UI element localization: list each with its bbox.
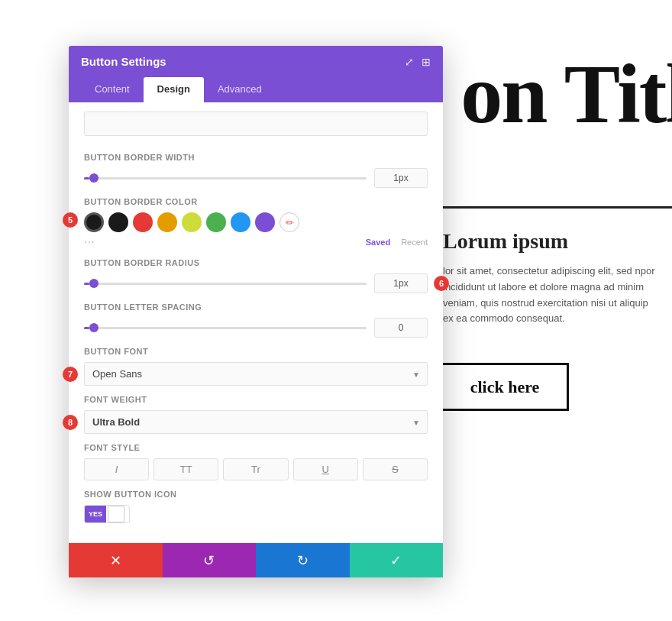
modal-footer: ✕ ↺ ↻ ✓ [69,543,443,577]
undo-button[interactable]: ↺ [163,543,257,577]
click-here-button[interactable]: click here [441,363,569,411]
border-radius-slider-track[interactable] [84,283,367,285]
border-color-row: 5 ✏ [84,212,428,235]
modal-header-icons: ⤢ ⊞ [405,56,431,68]
page-body-text: lor sit amet, consectetur adipiscing eli… [443,264,657,327]
show-icon-toggle[interactable]: YES [84,505,130,523]
font-weight-dropdown-row: 8 Ultra Bold ▼ [84,410,428,434]
color-swatch-purple[interactable] [255,212,275,232]
top-search-input[interactable] [84,112,428,136]
tab-advanced[interactable]: Advanced [204,77,276,102]
toggle-handle[interactable] [108,506,124,522]
toggle-row: YES [84,505,428,523]
border-radius-label: Button Border Radius [84,258,428,267]
font-label: Button Font [84,347,428,356]
font-style-row: I TT Tr U S [84,458,428,480]
border-radius-slider-row: 1px 6 [84,273,428,293]
style-btn-underline[interactable]: U [293,458,358,480]
color-swatch-yellow[interactable] [182,212,202,232]
letter-spacing-slider-thumb[interactable] [89,323,99,332]
page-title: on Titl [460,46,672,143]
border-radius-slider-fill [84,283,89,285]
expand-icon[interactable]: ⤢ [405,56,414,68]
modal-body: Button Border Width 1px Button Border Co… [69,102,443,543]
style-btn-strikethrough[interactable]: S [363,458,428,480]
font-select[interactable]: Open Sans [84,362,428,386]
toggle-yes-label: YES [85,506,106,522]
redo-button[interactable]: ↻ [256,543,350,577]
save-button[interactable]: ✓ [350,543,444,577]
style-btn-capitalize[interactable]: Tr [223,458,288,480]
color-swatch-orange[interactable] [157,212,177,232]
font-weight-select[interactable]: Ultra Bold [84,410,428,434]
cancel-button[interactable]: ✕ [69,543,163,577]
tab-content[interactable]: Content [81,77,144,102]
letter-spacing-value[interactable]: 0 [374,318,428,338]
border-width-slider-fill [84,177,89,180]
modal-tabs: Content Design Advanced [69,77,443,102]
step-badge-6: 6 [434,276,449,291]
step-badge-5: 5 [63,212,78,228]
saved-recent-row: ··· Saved Recent [84,235,428,249]
more-dots[interactable]: ··· [84,235,94,249]
page-section-title: Lorum ipsum [443,229,568,254]
modal-header: Button Settings ⤢ ⊞ [69,46,443,77]
font-weight-label: Font Weight [84,395,428,404]
border-width-slider-track[interactable] [84,177,367,180]
color-swatch-green[interactable] [206,212,226,232]
recent-label[interactable]: Recent [401,238,428,247]
color-swatch-blue[interactable] [231,212,250,232]
swatch-edit-icon[interactable]: ✏ [279,212,299,232]
color-swatch-black-active[interactable] [84,212,104,232]
border-width-value[interactable]: 1px [374,168,428,188]
font-style-label: Font Style [84,443,428,452]
letter-spacing-slider-fill [84,327,89,329]
tab-design[interactable]: Design [144,77,204,102]
button-settings-modal: Button Settings ⤢ ⊞ Content Design Advan… [69,46,443,577]
border-width-label: Button Border Width [84,153,428,162]
show-icon-label: Show Button Icon [84,490,428,499]
font-dropdown-row: 7 Open Sans ▼ [84,362,428,386]
style-btn-italic[interactable]: I [84,458,149,480]
columns-icon[interactable]: ⊞ [422,56,431,68]
border-radius-value[interactable]: 1px [374,273,428,293]
step-badge-8: 8 [63,415,78,430]
border-color-label: Button Border Color [84,197,428,206]
letter-spacing-slider-row: 0 [84,318,428,338]
border-width-slider-row: 1px [84,168,428,188]
letter-spacing-slider-track[interactable] [84,327,367,329]
page-divider [443,206,672,209]
color-swatch-black[interactable] [108,212,128,232]
color-swatches: ✏ [84,212,299,232]
letter-spacing-label: Button Letter Spacing [84,302,428,312]
color-swatch-red[interactable] [133,212,153,232]
border-width-slider-thumb[interactable] [89,173,99,183]
saved-label[interactable]: Saved [366,238,390,247]
modal-title: Button Settings [81,55,166,68]
style-btn-uppercase[interactable]: TT [153,458,218,480]
step-badge-7: 7 [63,367,78,382]
border-radius-slider-thumb[interactable] [89,279,99,288]
